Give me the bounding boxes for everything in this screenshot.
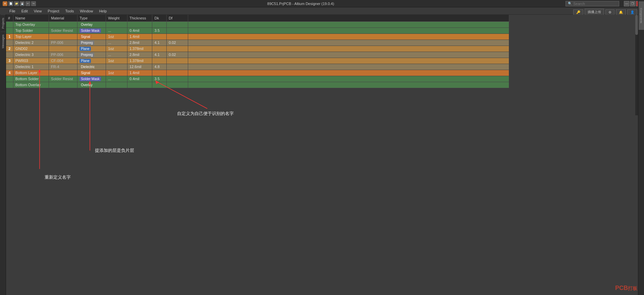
table-row[interactable]: Dielectric 1FR-4Dielectric12.6mil4.8 [6, 64, 509, 70]
table-cell: 1 [6, 34, 13, 40]
table-cell: 1oz [106, 46, 127, 52]
undo-icon[interactable]: ↩ [25, 1, 30, 6]
right-sidebar: Components [638, 0, 644, 295]
table-row[interactable]: Dielectric 3PP-006Prepreg...2.8mil4.10.0… [6, 52, 509, 58]
table-row[interactable]: Bottom SolderSolder ResistSolder Mask...… [6, 76, 509, 82]
menu-view[interactable]: View [31, 8, 45, 14]
table-cell [188, 21, 509, 27]
table-cell: 1oz [106, 34, 127, 40]
table-cell: FR-4 [49, 64, 77, 70]
table-cell [167, 64, 188, 70]
table-cell: 1.378mil [127, 58, 152, 64]
icon-1[interactable]: 📄 [8, 1, 13, 6]
table-cell: 1.378mil [127, 46, 152, 52]
table-cell [6, 21, 13, 27]
table-cell [49, 34, 77, 40]
menu-file[interactable]: File [7, 8, 18, 14]
table-cell [106, 64, 127, 70]
table-row[interactable]: 3PWR03CF-004Plane1oz1.378mil [6, 58, 509, 64]
main-content: # Name Material Type Weight Thickness Dk… [6, 15, 638, 295]
user-icon-button[interactable]: 👤 [627, 9, 637, 15]
table-cell: ... [106, 27, 127, 34]
table-cell: Dielectric 2 [13, 40, 49, 46]
sidebar-messages[interactable]: Messages [1, 32, 5, 51]
icon-2[interactable]: 📁 [14, 1, 19, 6]
layer-table: # Name Material Type Weight Thickness Dk… [6, 15, 509, 88]
table-cell [106, 82, 127, 88]
table-cell: ... [106, 40, 127, 46]
table-cell [6, 52, 13, 58]
table-cell: PWR03 [13, 58, 49, 64]
settings-icon-button[interactable]: ⚙ [605, 9, 614, 15]
table-cell [167, 27, 188, 34]
redo-icon[interactable]: ↪ [31, 1, 36, 6]
table-cell [152, 21, 167, 27]
table-cell [188, 27, 509, 34]
col-header-df: Df [167, 15, 188, 21]
table-cell: 0.02 [167, 40, 188, 46]
table-row[interactable]: 2GND02Plane1oz1.378mil [6, 46, 509, 52]
upload-button[interactable]: 插播上传 [585, 9, 604, 15]
col-header-index: # [6, 15, 13, 21]
table-cell [167, 58, 188, 64]
col-header-weight: Weight [106, 15, 127, 21]
table-cell: 1oz [106, 70, 127, 76]
notification-icon-button[interactable]: 🔔 [616, 9, 626, 15]
titlebar: A 📄 📁 💾 ↩ ↪ 89C51.PrjPCB - Altium Design… [0, 0, 644, 7]
menu-project[interactable]: Project [45, 8, 62, 14]
table-cell [152, 34, 167, 40]
table-cell [167, 21, 188, 27]
table-cell [188, 46, 509, 52]
table-cell: 2.8mil [127, 52, 152, 58]
table-cell: 2 [6, 46, 13, 52]
components-icon[interactable]: Components [639, 1, 644, 30]
menu-window[interactable]: Window [77, 8, 96, 14]
table-cell: CF-004 [49, 58, 77, 64]
table-row[interactable]: Top OverlayOverlay [6, 21, 509, 27]
table-cell: 4 [6, 70, 13, 76]
minimize-button[interactable]: — [624, 1, 629, 6]
menu-edit[interactable]: Edit [19, 8, 31, 14]
table-cell: Prepreg [77, 52, 106, 58]
table-row[interactable]: Bottom OverlayOverlay [6, 82, 509, 88]
menu-help[interactable]: Help [96, 8, 109, 14]
annotation-negative-layer: 提添加的层是负片层 [95, 148, 134, 154]
table-row[interactable]: 4Bottom LayerSignal1oz1.4mil [6, 70, 509, 76]
table-cell: Solder Resist [49, 27, 77, 34]
table-cell: 4.1 [152, 40, 167, 46]
table-row[interactable]: Dielectric 2PP-006Prepreg...2.8mil4.10.0… [6, 40, 509, 46]
table-cell [49, 70, 77, 76]
col-header-thickness: Thickness [127, 15, 152, 21]
table-cell [188, 40, 509, 46]
scrollbar-vertical[interactable] [635, 15, 638, 115]
table-cell [188, 52, 509, 58]
table-cell: 1.4mil [127, 34, 152, 40]
table-cell: Dielectric 3 [13, 52, 49, 58]
table-cell: PP-006 [49, 40, 77, 46]
table-cell: 0.02 [167, 52, 188, 58]
table-cell [167, 34, 188, 40]
table-cell [152, 46, 167, 52]
table-cell: 2.8mil [127, 40, 152, 46]
table-row[interactable]: Top SolderSolder ResistSolder Mask...0.4… [6, 27, 509, 34]
table-cell: Signal [77, 70, 106, 76]
table-cell: 0.4mil [127, 27, 152, 34]
col-header-extra [188, 15, 509, 21]
table-row[interactable]: 1Top LayerSignal1oz1.4mil [6, 34, 509, 40]
table-cell [6, 40, 13, 46]
menu-tools[interactable]: Tools [63, 8, 77, 14]
table-cell [49, 21, 77, 27]
key-icon-button[interactable]: 🔑 [573, 9, 583, 15]
search-box[interactable]: 🔍 [566, 1, 619, 6]
scrollbar-thumb[interactable] [635, 15, 638, 35]
table-cell [188, 34, 509, 40]
table-cell [127, 21, 152, 27]
table-cell: Prepreg [77, 40, 106, 46]
icon-3[interactable]: 💾 [20, 1, 24, 6]
table-cell: 3.5 [152, 76, 167, 82]
sidebar-projects[interactable]: Projects [1, 15, 5, 32]
search-input[interactable] [573, 2, 613, 6]
restore-button[interactable]: ❐ [630, 1, 635, 6]
table-cell [188, 76, 509, 82]
col-header-dk: Dk [152, 15, 167, 21]
